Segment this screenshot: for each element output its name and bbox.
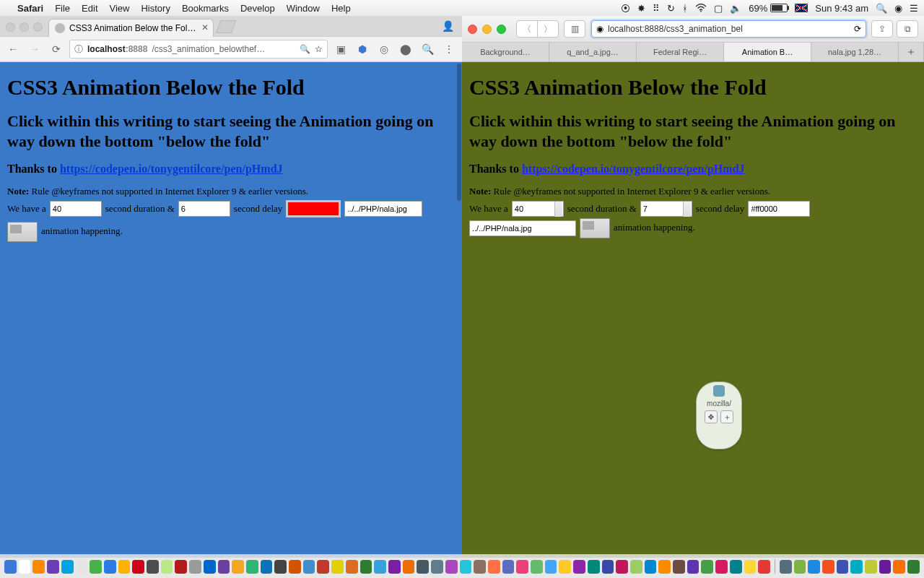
dock-app-icon[interactable] — [374, 560, 386, 574]
dock-app-icon[interactable] — [289, 560, 301, 574]
dock-app-icon[interactable] — [445, 560, 458, 574]
dock-app-icon[interactable] — [780, 560, 792, 574]
dock-app-icon[interactable] — [460, 560, 472, 574]
menu-window[interactable]: Window — [287, 3, 320, 14]
dock-app-icon[interactable] — [32, 560, 45, 574]
menubar-clock[interactable]: Sun 9:43 am — [815, 3, 868, 14]
timemachine-icon[interactable]: ↻ — [667, 3, 675, 14]
dock-app-icon[interactable] — [147, 560, 159, 574]
dock-app-icon[interactable] — [516, 560, 528, 574]
safari-tab-1[interactable]: q_and_a.jpg… — [549, 43, 637, 61]
dock-app-icon[interactable] — [19, 560, 31, 574]
dock-app-icon[interactable] — [61, 560, 74, 574]
dock-app-icon[interactable] — [701, 560, 713, 574]
dock-app-icon[interactable] — [837, 560, 849, 574]
bluetooth-icon[interactable]: ᚼ — [682, 3, 688, 14]
dock-app-icon[interactable] — [417, 560, 429, 574]
chrome-zoom-icon[interactable] — [33, 22, 43, 32]
dock-app-icon[interactable] — [118, 560, 131, 574]
dock-app-icon[interactable] — [822, 560, 834, 574]
input-source-flag-icon[interactable] — [795, 4, 808, 12]
dock-app-icon[interactable] — [76, 560, 88, 574]
thanks-link[interactable]: https://codepen.io/tonygentilcore/pen/pH… — [522, 163, 745, 175]
safari-tab-0[interactable]: Background… — [462, 43, 549, 61]
dock-app-icon[interactable] — [715, 560, 728, 574]
safari-tab-2[interactable]: Federal Regi… — [637, 43, 724, 61]
color-hex-input[interactable] — [748, 201, 810, 217]
menu-bookmarks[interactable]: Bookmarks — [182, 3, 229, 14]
status-icon-2[interactable]: ✸ — [637, 3, 645, 14]
widget-button-2[interactable]: ＋ — [720, 410, 733, 423]
chrome-profile-icon[interactable]: 👤 — [437, 19, 458, 33]
page-subtitle[interactable]: Click within this writing to start seein… — [7, 111, 455, 151]
dock-app-icon[interactable] — [303, 560, 315, 574]
chrome-tab-active[interactable]: CSS3 Animation Below the Fol… ✕ — [48, 19, 214, 37]
dock-app-icon[interactable] — [673, 560, 685, 574]
dock-app-icon[interactable] — [4, 560, 17, 574]
dock-app-icon[interactable] — [865, 560, 877, 574]
menu-view[interactable]: View — [110, 3, 130, 14]
dock-app-icon[interactable] — [90, 560, 102, 574]
dock-app-icon[interactable] — [907, 560, 920, 574]
back-button[interactable]: ← — [4, 40, 22, 58]
wifi-icon[interactable] — [695, 4, 707, 12]
status-icon-1[interactable]: ⦿ — [621, 3, 630, 14]
imgpath-input[interactable] — [469, 220, 576, 236]
dock-app-icon[interactable] — [104, 560, 116, 574]
chrome-new-tab-button[interactable] — [216, 20, 237, 33]
airplay-icon[interactable]: ▢ — [714, 3, 723, 14]
dock-app-icon[interactable] — [794, 560, 806, 574]
forward-button[interactable]: → — [26, 40, 43, 58]
dock-app-icon[interactable] — [204, 560, 216, 574]
bookmark-star-icon[interactable]: ☆ — [315, 44, 323, 54]
dock-app-icon[interactable] — [331, 560, 344, 574]
chrome-menu-icon[interactable]: ⋮ — [440, 40, 458, 58]
safari-minimize-icon[interactable] — [482, 25, 492, 34]
dock-app-icon[interactable] — [388, 560, 401, 574]
thanks-link[interactable]: https://codepen.io/tonygentilcore/pen/pH… — [60, 163, 283, 175]
dock-app-icon[interactable] — [403, 560, 415, 574]
safari-sidebar-button[interactable]: ▥ — [564, 20, 585, 38]
dock-app-icon[interactable] — [346, 560, 358, 574]
dock-app-icon[interactable] — [545, 560, 557, 574]
page-subtitle[interactable]: Click within this writing to start seein… — [469, 111, 917, 151]
dock-app-icon[interactable] — [808, 560, 820, 574]
menu-file[interactable]: File — [55, 3, 70, 14]
color-swatch[interactable] — [286, 200, 341, 217]
dock-app-icon[interactable] — [47, 560, 59, 574]
reload-button[interactable]: ⟳ — [48, 40, 65, 58]
safari-tab-3[interactable]: Animation B… — [724, 43, 811, 61]
dock-app-icon[interactable] — [189, 560, 201, 574]
dock-app-icon[interactable] — [232, 560, 244, 574]
safari-share-button[interactable]: ⇪ — [871, 20, 893, 38]
dock-app-icon[interactable] — [474, 560, 486, 574]
safari-back-button[interactable]: 〈 — [516, 20, 538, 38]
dock-app-icon[interactable] — [616, 560, 628, 574]
dock-app-icon[interactable] — [645, 560, 657, 574]
dock-app-icon[interactable] — [730, 560, 742, 574]
notification-center-icon[interactable]: ☰ — [910, 3, 918, 14]
dock-app-icon[interactable] — [559, 560, 571, 574]
image-thumbnail[interactable] — [7, 222, 38, 242]
dock-app-icon[interactable] — [261, 560, 273, 574]
delay-input[interactable] — [640, 201, 692, 217]
menu-edit[interactable]: Edit — [82, 3, 97, 14]
dock-app-icon[interactable] — [175, 560, 187, 574]
dock-app-icon[interactable] — [573, 560, 585, 574]
dock-app-icon[interactable] — [758, 560, 770, 574]
dock-app-icon[interactable] — [658, 560, 671, 574]
dock-app-icon[interactable] — [360, 560, 372, 574]
imgpath-input[interactable] — [344, 201, 422, 217]
menu-develop[interactable]: Develop — [240, 3, 275, 14]
volume-icon[interactable]: 🔈 — [730, 3, 741, 14]
dock-app-icon[interactable] — [893, 560, 905, 574]
chrome-minimize-icon[interactable] — [19, 22, 29, 32]
duration-input[interactable] — [50, 201, 102, 217]
delay-input[interactable] — [178, 201, 230, 217]
status-icon-3[interactable]: ⠿ — [653, 3, 660, 14]
safari-zoom-icon[interactable] — [497, 25, 506, 34]
safari-tab-4[interactable]: nala.jpg 1,28… — [811, 43, 899, 61]
ext-icon-1[interactable]: ▣ — [332, 40, 349, 58]
chrome-page-content[interactable]: CSS3 Animation Below the Fold Click with… — [0, 62, 462, 558]
safari-close-icon[interactable] — [468, 25, 477, 34]
